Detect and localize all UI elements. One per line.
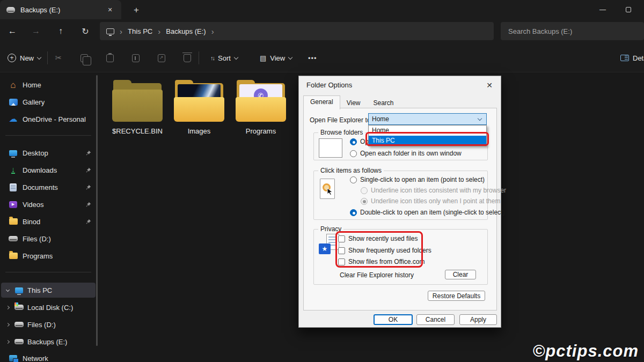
gallery-icon	[9, 99, 18, 106]
click-pointer-icon	[320, 179, 335, 199]
open-to-combobox[interactable]: Home	[368, 113, 487, 125]
tab-search[interactable]: Search	[367, 97, 400, 109]
sort-icon: ↑↓	[210, 55, 214, 61]
file-explorer-window: Backups (E:) ✕ + — ← → ↑ ↻ › This PC › B…	[0, 0, 644, 362]
clear-button[interactable]: Clear	[445, 270, 476, 279]
dialog-tabs: General View Search	[303, 95, 400, 109]
breadcrumb[interactable]: › This PC › Backups (E:) ›	[100, 22, 494, 40]
radio-double-click[interactable]: Double-click to open an item (single-cli…	[350, 209, 504, 216]
radio-off-icon	[350, 150, 357, 157]
pin-icon	[85, 167, 91, 173]
onedrive-cloud-icon: ☁	[9, 115, 18, 124]
back-button[interactable]: ←	[4, 24, 20, 39]
share-button[interactable]	[153, 50, 170, 65]
paste-button[interactable]	[102, 50, 118, 65]
checkbox-recently-used-files[interactable]: Show recently used files	[338, 235, 418, 242]
sidebar-separator	[5, 272, 91, 272]
new-button[interactable]: + New	[4, 50, 44, 66]
sidebar-item-videos[interactable]: ▶ Videos	[1, 197, 96, 212]
ok-button[interactable]: OK	[374, 314, 413, 325]
details-pane-button[interactable]: Details	[617, 50, 644, 66]
radio-own-window[interactable]: Open each folder in its own window	[350, 150, 462, 157]
up-button[interactable]: ↑	[53, 24, 69, 39]
search-input[interactable]	[501, 22, 644, 40]
documents-icon	[10, 183, 17, 191]
group-legend: Click items as follows	[318, 167, 384, 174]
folder-with-app-icon: ✆	[235, 79, 287, 122]
radio-disabled-icon	[361, 187, 368, 194]
tab-general[interactable]: General	[303, 95, 340, 109]
sidebar-item-files-d-drive[interactable]: Files (D:)	[1, 317, 96, 332]
sidebar-item-desktop[interactable]: Desktop	[1, 145, 96, 160]
sidebar-item-this-pc[interactable]: This PC	[1, 283, 96, 298]
sidebar-item-gallery[interactable]: Gallery	[1, 94, 96, 109]
command-toolbar: + New ✂ ↑↓ Sort ▤ View ••• Details	[0, 43, 644, 72]
toolbar-divider	[47, 51, 48, 64]
chevron-right-icon: ›	[120, 27, 122, 36]
plus-icon: +	[8, 54, 16, 62]
sidebar-item-backups-e[interactable]: Backups (E:)	[1, 334, 96, 349]
tab-close-icon[interactable]: ✕	[104, 4, 116, 16]
group-legend: Privacy	[318, 225, 343, 233]
sidebar-item-onedrive[interactable]: ☁ OneDrive - Personal	[1, 112, 96, 127]
folder-tile-images[interactable]: Images	[169, 79, 229, 135]
rename-button[interactable]	[128, 50, 144, 65]
sidebar-item-files-d[interactable]: Files (D:)	[1, 231, 96, 246]
sidebar-item-programs[interactable]: Programs	[1, 248, 96, 263]
view-button[interactable]: ▤ View	[257, 50, 295, 66]
open-to-label: Open File Explorer to:	[310, 116, 372, 124]
sort-button[interactable]: ↑↓ Sort	[207, 50, 241, 66]
network-icon	[9, 355, 17, 361]
minimize-button[interactable]: —	[590, 0, 615, 19]
cut-button[interactable]: ✂	[50, 50, 67, 65]
group-legend: Browse folders	[318, 129, 365, 136]
cut-icon: ✂	[55, 53, 62, 63]
checkbox-files-from-office[interactable]: Show files from Office.com	[338, 258, 425, 265]
restore-defaults-button[interactable]: Restore Defaults	[428, 291, 485, 301]
view-label: View	[270, 54, 285, 62]
sidebar-item-downloads[interactable]: ↓ Downloads	[1, 162, 96, 178]
sidebar-item-local-disk-c[interactable]: Local Disk (C:)	[1, 300, 96, 315]
dropdown-option-this-pc[interactable]: This PC	[369, 136, 486, 146]
dialog-close-button[interactable]: ✕	[484, 79, 495, 91]
explorer-tab[interactable]: Backups (E:) ✕	[0, 0, 121, 19]
checkbox-unchecked-icon	[338, 235, 345, 242]
radio-underline-point: Underline icon titles only when I point …	[361, 197, 500, 205]
folder-tile-recycle-bin[interactable]: $RECYCLE.BIN	[107, 79, 167, 135]
copy-button[interactable]	[76, 50, 92, 65]
folder-with-photo-icon	[173, 79, 225, 122]
hidden-folder-icon	[112, 79, 163, 122]
chevron-down-icon	[5, 287, 9, 291]
chevron-down-icon	[288, 55, 292, 59]
sidebar-item-documents[interactable]: Documents	[1, 180, 96, 195]
radio-single-click[interactable]: Single-click to open an item (point to s…	[350, 176, 485, 183]
system-drive-icon	[14, 305, 24, 310]
cancel-button[interactable]: Cancel	[416, 314, 455, 325]
drive-icon	[14, 339, 24, 344]
delete-button[interactable]	[179, 50, 195, 65]
search-box[interactable]	[501, 22, 644, 40]
breadcrumb-this-pc[interactable]: This PC	[128, 27, 152, 35]
chevron-right-icon	[5, 339, 9, 343]
click-items-group: Click items as follows Single-click to o…	[313, 171, 488, 220]
refresh-button[interactable]: ↻	[77, 24, 93, 39]
more-options-button[interactable]: •••	[305, 50, 320, 66]
apply-button[interactable]: Apply	[459, 314, 497, 325]
sidebar-scrollbar[interactable]	[96, 75, 98, 346]
folder-tile-programs[interactable]: ✆ Programs	[231, 79, 291, 135]
folder-icon	[9, 218, 18, 225]
sidebar-item-network[interactable]: Network	[1, 351, 96, 362]
breadcrumb-backups-e[interactable]: Backups (E:)	[166, 27, 206, 35]
maximize-button[interactable]	[616, 0, 641, 19]
maximize-icon	[626, 7, 631, 12]
new-tab-button[interactable]: +	[130, 4, 143, 17]
sidebar-item-binod[interactable]: Binod	[1, 214, 96, 229]
chevron-right-icon	[5, 305, 9, 309]
sidebar-item-home[interactable]: ⌂ Home	[1, 77, 96, 92]
tab-view[interactable]: View	[340, 97, 367, 109]
dropdown-option-home[interactable]: Home	[369, 125, 486, 136]
drive-icon	[9, 236, 18, 241]
checkbox-frequently-used-folders[interactable]: Show frequently used folders	[338, 247, 431, 254]
chevron-down-icon	[37, 55, 41, 59]
forward-button[interactable]: →	[28, 24, 44, 39]
